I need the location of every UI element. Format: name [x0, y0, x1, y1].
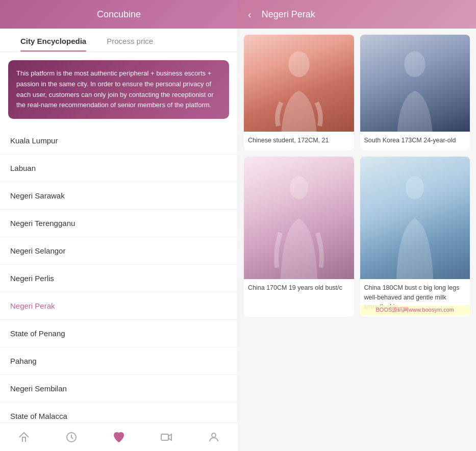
escort-card-3[interactable]: China 170CM 19 years old bust/c — [244, 157, 354, 317]
svg-point-3 — [288, 51, 310, 77]
city-item-negeri-sarawak[interactable]: Negeri Sarawak — [0, 182, 237, 210]
right-panel-title: Negeri Perak — [262, 9, 315, 20]
nav-home[interactable] — [12, 429, 36, 445]
nav-history[interactable] — [59, 429, 84, 445]
card-image-1 — [244, 35, 354, 132]
escort-card-4[interactable]: China 180CM bust c big long legs well-be… — [360, 157, 470, 317]
tab-bar: City Encyclopedia Process price — [0, 29, 237, 52]
svg-point-6 — [406, 176, 424, 199]
tab-process-price[interactable]: Process price — [96, 29, 163, 52]
city-item-negeri-sembilan[interactable]: Negeri Sembilan — [0, 375, 237, 403]
left-panel: City Encyclopedia Process price This pla… — [0, 29, 238, 451]
main-container: City Encyclopedia Process price This pla… — [0, 29, 476, 451]
nav-video[interactable] — [154, 429, 179, 445]
svg-point-4 — [404, 51, 425, 77]
city-item-negeri-selangor[interactable]: Negeri Selangor — [0, 237, 237, 265]
card-desc-1: Chinese student, 172CM, 21 — [244, 132, 354, 151]
city-item-state-of-penang[interactable]: State of Penang — [0, 320, 237, 347]
tab-city-encyclopedia[interactable]: City Encyclopedia — [10, 29, 96, 52]
city-item-kuala-lumpur[interactable]: Kuala Lumpur — [0, 127, 237, 155]
left-panel-title: Concubine — [97, 9, 141, 20]
escort-card-2[interactable]: South Korea 173CM 24-year-old — [360, 35, 470, 151]
card-image-2 — [360, 35, 470, 132]
nav-profile[interactable] — [202, 429, 226, 445]
bottom-nav — [0, 422, 238, 451]
escort-card-1[interactable]: Chinese student, 172CM, 21 — [244, 35, 354, 151]
card-image-3 — [244, 157, 354, 279]
city-item-negeri-perlis[interactable]: Negeri Perlis — [0, 265, 237, 292]
watermark: BOOS源码网www.boosym.com — [360, 305, 470, 315]
city-item-labuan[interactable]: Labuan — [0, 155, 237, 182]
nav-favorite[interactable] — [107, 429, 131, 445]
card-desc-3: China 170CM 19 years old bust/c — [244, 279, 354, 298]
right-panel: Chinese student, 172CM, 21 South Korea 1… — [238, 29, 476, 451]
back-button[interactable]: ‹ — [244, 7, 256, 22]
svg-point-5 — [290, 176, 308, 199]
card-desc-2: South Korea 173CM 24-year-old — [360, 132, 470, 151]
card-grid: Chinese student, 172CM, 21 South Korea 1… — [244, 35, 470, 317]
city-item-pahang[interactable]: Pahang — [0, 347, 237, 375]
city-list: Kuala Lumpur Labuan Negeri Sarawak Neger… — [0, 127, 237, 451]
info-box: This platform is the most authentic peri… — [8, 60, 229, 119]
header-right: ‹ Negeri Perak — [238, 0, 476, 29]
svg-rect-1 — [161, 434, 168, 440]
app-header: Concubine ‹ Negeri Perak — [0, 0, 476, 29]
card-image-4 — [360, 157, 470, 279]
header-left: Concubine — [0, 0, 238, 29]
city-item-negeri-perak[interactable]: Negeri Perak — [0, 292, 237, 320]
svg-point-2 — [212, 433, 216, 437]
city-item-negeri-terengganu[interactable]: Negeri Terengganu — [0, 210, 237, 237]
info-text: This platform is the most authentic peri… — [16, 69, 214, 109]
